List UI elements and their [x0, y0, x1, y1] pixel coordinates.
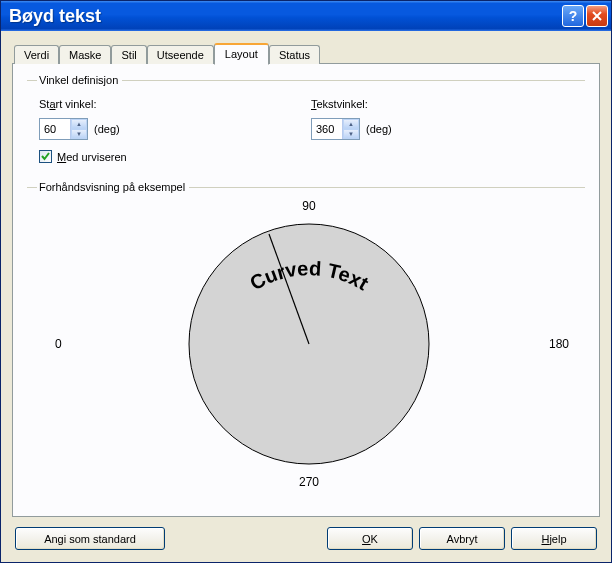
ok-button[interactable]: OK	[327, 527, 413, 550]
cancel-button[interactable]: Avbryt	[419, 527, 505, 550]
window-title: Bøyd tekst	[9, 6, 562, 27]
axis-270: 270	[299, 475, 319, 489]
dialog-window: Bøyd tekst ? Verdi Maske Stil Utseende L…	[0, 0, 612, 563]
tab-layout[interactable]: Layout	[214, 43, 269, 65]
clockwise-checkbox[interactable]	[39, 150, 52, 163]
tab-status[interactable]: Status	[269, 45, 320, 64]
preview-group: Forhåndsvisning på eksempel Curved Text …	[27, 181, 585, 493]
text-angle-label: Tekstvinkel:	[311, 98, 581, 110]
start-angle-spinner[interactable]: ▲ ▼	[39, 118, 88, 140]
titlebar-close-button[interactable]	[586, 5, 608, 27]
text-angle-unit: (deg)	[366, 123, 392, 135]
tab-utseende[interactable]: Utseende	[147, 45, 214, 64]
start-angle-label: Start vinkel:	[39, 98, 309, 110]
preview-legend: Forhåndsvisning på eksempel	[37, 181, 189, 193]
tab-verdi[interactable]: Verdi	[14, 45, 59, 64]
axis-180: 180	[549, 337, 569, 351]
axis-0: 0	[55, 337, 62, 351]
text-angle-spinner[interactable]: ▲ ▼	[311, 118, 360, 140]
clockwise-label: Med urviseren	[57, 151, 127, 163]
titlebar-help-button[interactable]: ?	[562, 5, 584, 27]
tab-maske[interactable]: Maske	[59, 45, 111, 64]
help-button[interactable]: Hjelp	[511, 527, 597, 550]
close-icon	[592, 11, 602, 21]
tab-stil[interactable]: Stil	[111, 45, 146, 64]
titlebar: Bøyd tekst ?	[1, 1, 611, 31]
axis-90: 90	[302, 199, 315, 213]
dialog-body: Verdi Maske Stil Utseende Layout Status …	[1, 31, 611, 562]
preview-svg: Curved Text	[159, 204, 459, 484]
text-angle-up[interactable]: ▲	[343, 119, 359, 129]
preview-area: Curved Text 90 180 270 0	[37, 199, 581, 489]
start-angle-unit: (deg)	[94, 123, 120, 135]
button-bar: Angi som standard OK Avbryt Hjelp	[12, 517, 600, 554]
start-angle-up[interactable]: ▲	[71, 119, 87, 129]
tabstrip: Verdi Maske Stil Utseende Layout Status	[12, 43, 600, 64]
start-angle-down[interactable]: ▼	[71, 129, 87, 139]
text-angle-down[interactable]: ▼	[343, 129, 359, 139]
start-angle-input[interactable]	[40, 119, 70, 139]
set-default-button[interactable]: Angi som standard	[15, 527, 165, 550]
check-icon	[40, 151, 51, 162]
titlebar-buttons: ?	[562, 5, 608, 27]
angle-group-legend: Vinkel definisjon	[37, 74, 122, 86]
tabpanel-layout: Vinkel definisjon Start vinkel: ▲ ▼	[12, 63, 600, 517]
text-angle-input[interactable]	[312, 119, 342, 139]
angle-definition-group: Vinkel definisjon Start vinkel: ▲ ▼	[27, 74, 585, 171]
